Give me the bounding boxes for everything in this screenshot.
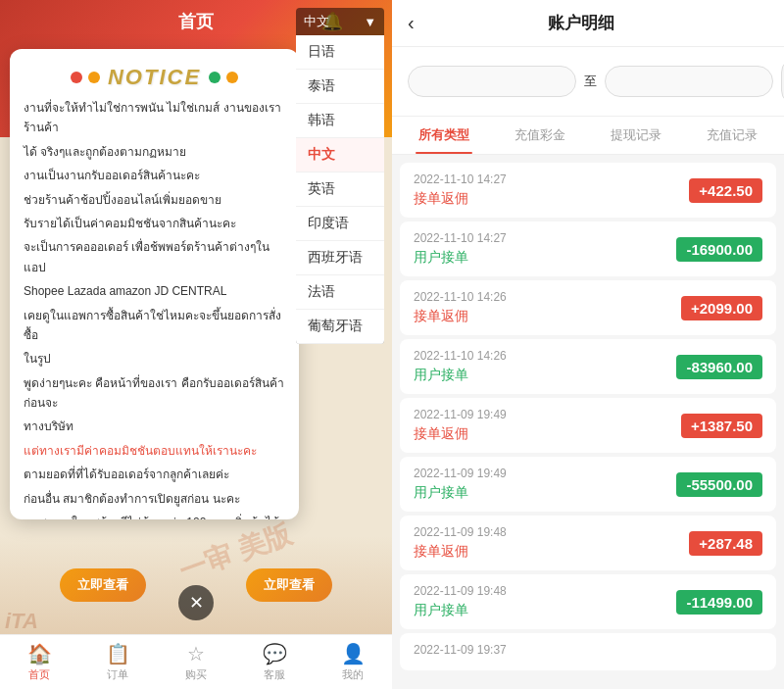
dot-orange-right	[226, 72, 238, 83]
tx-date-1: 2022-11-10 14:27	[414, 231, 507, 245]
nav-profile[interactable]: 👤 我的	[314, 642, 392, 682]
lang-portuguese[interactable]: 葡萄牙语	[296, 310, 384, 344]
nav-service[interactable]: 💬 客服	[235, 642, 314, 682]
nav-orders-label: 订单	[107, 667, 128, 682]
tab-withdrawal[interactable]: 提现记录	[588, 117, 684, 154]
tab-all[interactable]: 所有类型	[396, 117, 492, 154]
back-button[interactable]: ‹	[408, 12, 415, 34]
table-row: 2022-11-09 19:37	[400, 633, 776, 670]
nav-profile-label: 我的	[342, 667, 364, 682]
notice-line-15: ทุนสารองในยูสต้องมีไม่น้อยกว่า 100 บาทเร…	[24, 513, 285, 519]
tx-amount-7: -11499.00	[676, 590, 762, 615]
right-header: ‹ 账户明细	[392, 0, 784, 47]
tabs: 所有类型 充值彩金 提现记录 充值记录	[392, 117, 784, 155]
left-panel: 首页 🔔 中文 ▼ 日语 泰语 韩语 中文 英语 印度语 西班牙语 法语 葡萄牙…	[0, 0, 392, 689]
tx-date-7: 2022-11-09 19:48	[414, 584, 507, 598]
tx-amount-2: +2099.00	[681, 296, 762, 320]
tx-date-6: 2022-11-09 19:48	[414, 525, 507, 539]
table-row: 2022-11-10 14:26 接单返佣 +2099.00	[400, 280, 776, 335]
table-row: 2022-11-09 19:48 接单返佣 +287.48	[400, 516, 776, 570]
notice-line-7: Shopee Lazada amazon JD CENTRAL	[24, 281, 285, 301]
close-button[interactable]: ✕	[178, 585, 214, 620]
dot-red-left	[71, 72, 82, 83]
home-title: 首页	[178, 10, 214, 33]
banner-btn-right[interactable]: 立即查看	[246, 568, 332, 602]
lang-japanese[interactable]: 日语	[296, 35, 384, 70]
language-dropdown[interactable]: 中文 ▼ 日语 泰语 韩语 中文 英语 印度语 西班牙语 法语 葡萄牙语	[296, 8, 384, 344]
table-row: 2022-11-09 19:48 用户接单 -11499.00	[400, 574, 776, 629]
notice-dots-right	[209, 72, 238, 83]
notice-line-13: ตามยอดที่ที่ได้รับออเดอร์จากลูกค้าเลยค่ะ	[24, 465, 285, 484]
lang-english[interactable]: 英语	[296, 172, 384, 207]
notice-modal: NOTICE งานที่จะให้ทำไม่ใช่การพนัน ไม่ใช่…	[10, 49, 299, 519]
nav-home-label: 首页	[28, 667, 50, 682]
date-from-input[interactable]	[408, 66, 576, 97]
tx-amount-0: +422.50	[689, 178, 762, 203]
right-panel: ‹ 账户明细 至 🔍 搜索 所有类型 充值彩金 提现记录 充值记录 2022-1…	[392, 0, 784, 689]
tx-amount-1: -16900.00	[676, 237, 762, 262]
tx-amount-3: -83960.00	[676, 355, 762, 379]
account-detail-title: 账户明细	[426, 12, 737, 34]
shop-icon: ☆	[187, 642, 205, 665]
nav-shop[interactable]: ☆ 购买	[157, 642, 235, 682]
tx-type-5: 用户接单	[414, 484, 507, 502]
tx-amount-6: +287.48	[689, 531, 762, 556]
notice-line-1: งานที่จะให้ทำไม่ใช่การพนัน ไม่ใช่เกมส์ ง…	[24, 98, 285, 138]
notice-line-4: ช่วยร้านค้าช้อปปิ้งออนไลน์เพิ่มยอดขาย	[24, 190, 285, 210]
tx-type-0: 接单返佣	[414, 190, 507, 208]
nav-service-label: 客服	[264, 667, 285, 682]
table-row: 2022-11-10 14:26 用户接单 -83960.00	[400, 339, 776, 394]
tx-amount-4: +1387.50	[681, 414, 762, 438]
notice-line-2: ได้ จริงๆและถูกต้องตามกฏหมาย	[24, 142, 285, 162]
lang-korean[interactable]: 韩语	[296, 104, 384, 138]
date-to-input[interactable]	[605, 66, 773, 97]
notice-line-12: แต่ทางเรามีค่าคอมมิชชันตอบแทนให้เรานะคะ	[24, 441, 285, 461]
lang-hindi[interactable]: 印度语	[296, 207, 384, 241]
tx-type-7: 用户接单	[414, 602, 507, 619]
lang-french[interactable]: 法语	[296, 275, 384, 310]
service-icon: 💬	[263, 642, 287, 665]
banner-btn-left[interactable]: 立即查看	[60, 568, 146, 602]
profile-icon: 👤	[341, 642, 366, 665]
lang-chinese[interactable]: 中文	[296, 138, 384, 172]
nav-orders[interactable]: 📋 订单	[78, 642, 157, 682]
nav-home[interactable]: 🏠 首页	[0, 642, 78, 682]
transactions-list: 2022-11-10 14:27 接单返佣 +422.50 2022-11-10…	[392, 155, 784, 689]
date-filter: 至 🔍 搜索	[392, 47, 784, 117]
tx-amount-5: -55500.00	[676, 472, 762, 497]
dot-green-right	[209, 72, 220, 83]
notice-title: NOTICE	[108, 65, 201, 90]
tx-type-3: 用户接单	[414, 367, 507, 384]
notice-line-8: เคยดูในแอพการซื้อสินค้าใช่ไหมคะจะขึ้นยอด…	[24, 306, 285, 346]
notice-header: NOTICE	[10, 49, 299, 98]
tx-type-6: 接单返佣	[414, 543, 507, 561]
table-row: 2022-11-09 19:49 用户接单 -55500.00	[400, 457, 776, 512]
tx-type-1: 用户接单	[414, 249, 507, 267]
notice-dots-left	[71, 72, 100, 83]
tx-date-3: 2022-11-10 14:26	[414, 349, 507, 363]
close-icon: ✕	[189, 592, 204, 614]
tx-date-5: 2022-11-09 19:49	[414, 467, 507, 480]
nav-shop-label: 购买	[185, 667, 207, 682]
chevron-down-icon: ▼	[364, 15, 376, 29]
orders-icon: 📋	[106, 642, 130, 665]
notice-line-3: งานเป็นงานกรับออเดอร์สินค้านะคะ	[24, 166, 285, 185]
dot-orange-left	[88, 72, 100, 83]
language-current-label: 中文	[304, 13, 329, 30]
notice-body: งานที่จะให้ทำไม่ใช่การพนัน ไม่ใช่เกมส์ ง…	[10, 98, 299, 519]
tx-date-8: 2022-11-09 19:37	[414, 643, 507, 657]
table-row: 2022-11-10 14:27 用户接单 -16900.00	[400, 221, 776, 276]
notice-line-10: พูดง่ายๆนะคะ คือหน้าที่ของเรา คือกรับออเ…	[24, 373, 285, 414]
notice-line-14: ก่อนอื่น สมาชิกต้องทำการเปิดยูสก่อน นะคะ	[24, 489, 285, 509]
tab-recharge[interactable]: 充值记录	[684, 117, 780, 154]
tab-recharge-bonus[interactable]: 充值彩金	[492, 117, 588, 154]
lang-spanish[interactable]: 西班牙语	[296, 241, 384, 275]
table-row: 2022-11-09 19:49 接单返佣 +1387.50	[400, 398, 776, 453]
notice-line-9: ในรูป	[24, 349, 285, 369]
lang-thai[interactable]: 泰语	[296, 70, 384, 104]
tx-date-4: 2022-11-09 19:49	[414, 408, 507, 421]
language-current[interactable]: 中文 ▼	[296, 8, 384, 35]
tx-date-0: 2022-11-10 14:27	[414, 172, 507, 186]
table-row: 2022-11-10 14:27 接单返佣 +422.50	[400, 163, 776, 218]
notice-line-6: จะเป็นการคอออเดอร์ เพื่อช้พพอร์ตร้านค้าต…	[24, 237, 285, 277]
